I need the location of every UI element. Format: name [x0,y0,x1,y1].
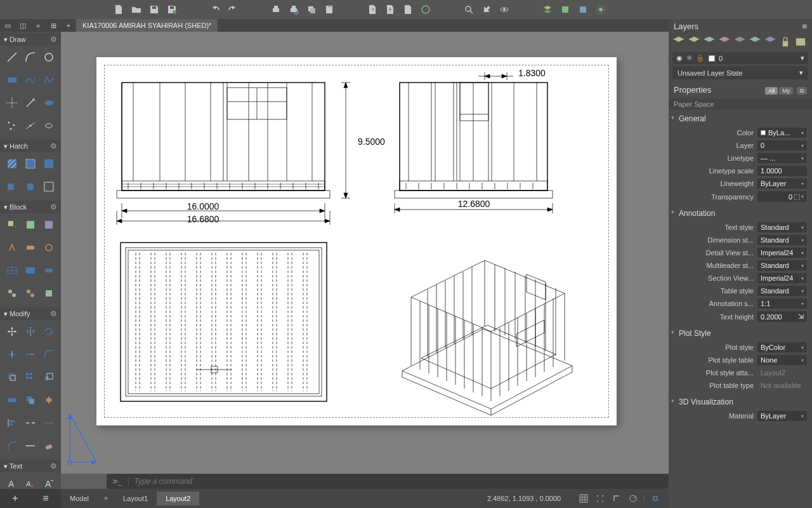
offset-tool[interactable] [4,370,20,385]
hatch-section-header[interactable]: ▾ Hatch⚙ [0,140,61,152]
block-section-header[interactable]: ▾ Block⚙ [0,201,61,213]
layer-freeze-icon[interactable] [703,36,716,48]
gear-icon[interactable]: ⚙ [50,203,57,211]
layer-lock-icon[interactable] [718,36,731,48]
helix-tool[interactable] [41,118,57,133]
group-plotstyle[interactable]: Plot Style [669,326,812,341]
ray-tool[interactable] [22,95,38,110]
fillet-tool[interactable] [41,347,57,362]
layer-new-icon[interactable] [672,36,685,48]
arc-tool[interactable] [22,50,38,65]
prop-dimstyle[interactable]: Standard▾ [757,235,807,245]
workspace2-icon[interactable]: ◫ [15,19,30,32]
properties-panel-header[interactable]: Properties AllMy ⧉ [669,81,812,98]
wipeout-tool[interactable] [41,179,57,194]
prop-sectionview[interactable]: Imperial24▾ [757,273,807,283]
osnap-toggle-icon[interactable] [649,492,662,505]
prop-mleader[interactable]: Standard▾ [757,260,807,271]
group-edit-tool[interactable] [41,286,57,301]
polar-toggle-icon[interactable] [627,492,639,505]
more-icon[interactable]: » [30,19,46,32]
layer-visible-icon[interactable]: ◉ [676,54,683,62]
mirror-tool[interactable] [22,324,38,339]
prop-color[interactable]: ByLa...▾ [757,128,807,138]
xref-icon[interactable] [576,3,590,17]
rotate-tool[interactable] [41,324,57,339]
polyline-tool[interactable] [41,72,57,88]
ungroup-tool[interactable] [22,286,38,301]
text-tool[interactable]: A [4,476,20,489]
prop-textheight[interactable]: 0.2000⇲ [757,311,807,322]
layer-freeze-dot-icon[interactable]: ✱ [686,54,692,62]
layer-manager-icon[interactable] [540,3,554,17]
props-tab-all[interactable]: All [765,87,778,95]
prop-textstyle[interactable]: Standard▾ [757,222,807,232]
rect-tool[interactable] [4,72,20,88]
point-tool[interactable] [4,118,20,133]
trim-tool[interactable] [4,347,20,362]
layer-lock-dot-icon[interactable]: 🔒 [696,54,705,62]
layer-state-icon[interactable] [794,36,807,48]
grid-icon[interactable]: ⊞ [46,19,61,32]
circle-tool[interactable] [41,50,57,65]
redo-icon[interactable] [226,3,240,17]
prop-ltscale[interactable]: 1.0000 [757,166,807,176]
add-layout-icon[interactable]: + [98,494,114,503]
lengthen-tool[interactable] [22,438,38,453]
props-tab-my[interactable]: My [779,87,793,95]
divide-tool[interactable] [22,118,38,133]
print-preview-icon[interactable] [287,3,301,17]
field-tool[interactable] [41,263,57,278]
layer-prev-icon[interactable] [764,36,776,48]
layers-panel-header[interactable]: Layers ≡ [669,19,812,34]
prop-linetype[interactable]: ― ...▾ [757,153,807,163]
array-tool[interactable] [22,370,38,385]
edit-attr-tool[interactable] [22,240,38,255]
insert-block-tool[interactable] [4,217,20,232]
tab-layout1[interactable]: Layout1 [114,491,157,505]
workspace-icon[interactable]: ▭ [0,19,15,32]
tab-layout2[interactable]: Layout2 [157,491,199,505]
modify-section-header[interactable]: ▾ Modify⚙ [0,307,61,320]
list-view-icon[interactable]: ≡ [43,493,48,504]
grid-toggle-icon[interactable] [577,492,590,505]
save-icon[interactable] [147,3,161,17]
mtext-tool[interactable]: Aa [22,476,38,489]
erase-tool[interactable] [41,438,57,453]
gear-icon[interactable]: ⚙ [50,462,57,471]
prop-detailview[interactable]: Imperial24▾ [757,248,807,258]
group-annotation[interactable]: Annotation [669,206,812,221]
command-input[interactable] [129,477,669,486]
layer-color-swatch[interactable] [709,55,715,62]
solid-tool[interactable] [22,179,38,194]
new-file-icon[interactable] [112,3,126,17]
tab-model[interactable]: Model [61,491,98,505]
prop-transparency[interactable]: 0⬚▾ [757,191,807,202]
text-style-tool[interactable]: A [41,476,57,489]
layer-off-icon[interactable] [733,36,746,48]
block-manager-icon[interactable] [558,3,572,17]
copy-tool[interactable] [22,392,38,408]
zoom-icon[interactable] [462,3,476,17]
layer-iso-icon[interactable] [749,36,761,48]
boundary-tool[interactable] [41,156,57,171]
xline-tool[interactable] [4,95,20,110]
current-layer-selector[interactable]: ◉ ✱ 🔒 0 ▾ [672,52,808,64]
region-tool[interactable] [4,179,20,194]
edit-block-tool[interactable] [41,217,57,232]
table-tool[interactable] [4,263,20,278]
prop-material[interactable]: ByLayer▾ [757,411,807,421]
copy-icon[interactable] [304,3,318,17]
gear-icon[interactable]: ⚙ [50,142,57,150]
ellipse-tool[interactable] [41,95,57,110]
group-general[interactable]: General [669,111,812,126]
add-tab-icon[interactable]: + [61,19,76,32]
break-tool[interactable] [22,415,38,431]
drawing-canvas[interactable]: 9.5000 16.0000 16.6800 [61,32,669,474]
align-tool[interactable] [4,415,20,431]
pan-icon[interactable] [480,3,494,17]
define-attr-tool[interactable] [4,240,20,255]
open-file-icon[interactable] [129,3,143,17]
file-tab[interactable]: KIA170006 AMIRAH SYAHIRAH (SHED)* [76,19,218,32]
layer-lock2-icon[interactable] [779,36,792,48]
